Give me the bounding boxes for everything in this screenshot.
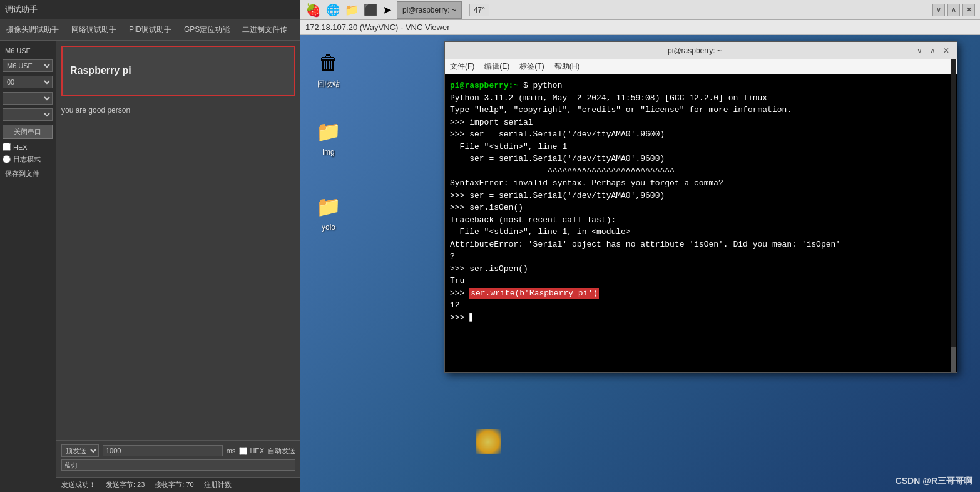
taskbar-terminal-label: pi@raspberry: ~ xyxy=(402,6,456,14)
recycle-icon: 🗑 xyxy=(314,48,344,78)
terminal-minimize-btn[interactable]: ∨ xyxy=(914,46,925,55)
terminal-menubar: 文件(F) 编辑(E) 标签(T) 帮助(H) xyxy=(445,59,957,74)
extra-select2[interactable] xyxy=(3,108,53,121)
ms-input[interactable] xyxy=(103,445,223,456)
extra-select[interactable] xyxy=(3,92,53,105)
vnc-maximize-btn[interactable]: ∧ xyxy=(947,4,960,16)
terminal-window: pi@raspberry: ~ ∨ ∧ ✕ 文件(F) 编辑(E) 标签(T) … xyxy=(444,41,957,373)
terminal-body[interactable]: pi@raspberry:~ $ python Python 3.11.2 (m… xyxy=(445,74,957,372)
main-area: Raspberry pi you are good person 顶发送 ms … xyxy=(56,41,300,492)
terminal-maximize-btn[interactable]: ∧ xyxy=(927,46,938,55)
bottom-status: 发送成功！ 发送字节: 23 接收字节: 70 注册计数 xyxy=(56,477,300,492)
hex-row: HEX xyxy=(3,143,53,151)
vnc-window: 🍓 🌐 📁 ⬛ ➤ pi@raspberry: ~ 47° ∨ ∧ ✕ 172.… xyxy=(300,0,980,492)
term-line-5: File "<stdin>", line 1 xyxy=(450,141,952,153)
vnc-title-text: 172.18.107.20 (WayVNC) - VNC Viewer xyxy=(305,23,449,32)
app-title: 调试助手 xyxy=(5,4,38,14)
term-line-12: File "<stdin>", line 1, in <module> xyxy=(450,226,952,238)
receive-area: you are good person xyxy=(56,101,300,440)
term-line-14: ? xyxy=(450,250,952,263)
prompt-icon: ➤ xyxy=(382,3,392,17)
desktop-icon-yolo[interactable]: 📁 yolo xyxy=(307,192,350,232)
term-line-18: 12 xyxy=(450,299,952,312)
send-success: 发送成功！ xyxy=(61,480,96,489)
term-line-17: >>> ser.write(b'Raspberry pi') xyxy=(450,287,952,300)
m6-label: M6 USE xyxy=(3,46,53,56)
menu-pid[interactable]: PID调试助手 xyxy=(123,22,178,38)
rpi-icon: 🍓 xyxy=(305,3,321,18)
log-row: 日志模式 xyxy=(3,155,53,164)
yolo-label: yolo xyxy=(322,223,335,232)
menu-bar: 摄像头调试助手 网络调试助手 PID调试助手 GPS定位功能 二进制文件传 xyxy=(0,19,300,41)
menu-network[interactable]: 网络调试助手 xyxy=(65,22,123,38)
taskbar-terminal-item[interactable]: pi@raspberry: ~ xyxy=(397,1,462,19)
vnc-titlebar: 🍓 🌐 📁 ⬛ ➤ pi@raspberry: ~ 47° ∨ ∧ ✕ xyxy=(300,0,980,20)
hex-send-label: HEX xyxy=(250,447,264,454)
term-line-10: >>> ser.isOen() xyxy=(450,202,952,214)
send-area: 顶发送 ms HEX 自动发送 xyxy=(56,440,300,477)
desktop-icon-img[interactable]: 📁 img xyxy=(307,116,350,156)
terminal-menu-file[interactable]: 文件(F) xyxy=(450,61,474,72)
img-folder-icon: 📁 xyxy=(314,116,344,146)
terminal-titlebar: pi@raspberry: ~ ∨ ∧ ✕ xyxy=(445,42,957,59)
scroll-thumb xyxy=(951,347,956,372)
auto-send-label: 自动发送 xyxy=(268,446,295,456)
vnc-desktop: 🗑 回收站 📁 img 📁 yolo pi@raspberry: ~ ∨ ∧ ✕ xyxy=(300,35,980,492)
highlighted-command: ser.write(b'Raspberry pi') xyxy=(469,288,599,299)
m6-select[interactable]: M6 USE xyxy=(3,59,53,72)
terminal-menu-help[interactable]: 帮助(H) xyxy=(554,61,580,72)
terminal-scrollbar[interactable] xyxy=(951,59,956,372)
send-mode-select[interactable]: 顶发送 xyxy=(61,444,99,457)
recycle-label: 回收站 xyxy=(317,79,340,90)
receive-bytes: 接收字节: 70 xyxy=(155,480,193,489)
term-line-0: pi@raspberry:~ $ python xyxy=(450,79,952,92)
register-label: 注册计数 xyxy=(204,480,232,489)
term-line-3: >>> import serial xyxy=(450,116,952,129)
term-line-15: >>> ser.isOpen() xyxy=(450,263,952,275)
term-line-11: Traceback (most recent call last): xyxy=(450,214,952,227)
sidebar-content: M6 USE M6 USE 00 关闭串口 HEX 日志模式 保存到文件 xyxy=(0,41,300,492)
menu-gps[interactable]: GPS定位功能 xyxy=(178,22,236,38)
send-bytes: 发送字节: 23 xyxy=(106,480,145,489)
baud-select[interactable]: 00 xyxy=(3,76,53,88)
left-panel: 调试助手 摄像头调试助手 网络调试助手 PID调试助手 GPS定位功能 二进制文… xyxy=(0,0,300,492)
hex-send-checkbox[interactable] xyxy=(239,447,247,455)
terminal-title: pi@raspberry: ~ xyxy=(475,46,914,55)
vnc-window-controls: ∨ ∧ ✕ xyxy=(932,4,975,16)
terminal-icon: ⬛ xyxy=(364,3,377,17)
term-line-4: >>> ser = serial.Serial('/dev/ttyAMA0'.9… xyxy=(450,128,952,141)
term-line-1: Python 3.11.2 (main, May 2 2024, 11:59:0… xyxy=(450,92,952,105)
app-title-bar: 调试助手 xyxy=(0,0,300,19)
term-line-6: ser = serial.Serial('/dev/ttyAMA0'.9600) xyxy=(450,153,952,165)
left-controls: M6 USE M6 USE 00 关闭串口 HEX 日志模式 保存到文件 xyxy=(0,41,56,492)
lamp-decoration xyxy=(476,429,501,454)
term-line-8: SyntaxError: invalid syntax. Perhaps you… xyxy=(450,177,952,190)
yolo-folder-icon: 📁 xyxy=(314,192,344,222)
log-radio[interactable] xyxy=(3,155,11,163)
vnc-close-btn[interactable]: ✕ xyxy=(962,4,975,16)
hex-checkbox[interactable] xyxy=(3,143,11,151)
terminal-menu-tags[interactable]: 标签(T) xyxy=(519,61,544,72)
receive-label: you are good person xyxy=(61,106,295,115)
img-label: img xyxy=(322,148,334,156)
raspberry-pi-box: Raspberry pi xyxy=(61,46,295,96)
close-serial-btn[interactable]: 关闭串口 xyxy=(3,125,53,139)
save-label: 保存到文件 xyxy=(3,168,53,180)
term-line-7: ^^^^^^^^^^^^^^^^^^^^^^^^^^ xyxy=(450,165,952,178)
terminal-menu-edit[interactable]: 编辑(E) xyxy=(484,61,509,72)
log-label: 日志模式 xyxy=(13,155,41,164)
send-top-row: 顶发送 ms HEX 自动发送 xyxy=(61,444,295,457)
send-content-row xyxy=(61,459,295,471)
desktop-icon-recycle[interactable]: 🗑 回收站 xyxy=(307,48,350,90)
menu-camera[interactable]: 摄像头调试助手 xyxy=(0,22,65,38)
folder-icon: 📁 xyxy=(345,3,359,17)
vnc-minimize-btn[interactable]: ∨ xyxy=(932,4,945,16)
hex-label: HEX xyxy=(13,143,28,151)
terminal-close-btn[interactable]: ✕ xyxy=(941,46,952,55)
terminal-win-controls: ∨ ∧ ✕ xyxy=(914,46,952,55)
term-line-13: AttributeError: 'Serial' object has no a… xyxy=(450,238,952,251)
send-content-input[interactable] xyxy=(61,459,295,471)
term-line-16: Tru xyxy=(450,275,952,287)
raspberry-pi-text: Raspberry pi xyxy=(70,65,131,76)
menu-binary[interactable]: 二进制文件传 xyxy=(236,22,293,38)
